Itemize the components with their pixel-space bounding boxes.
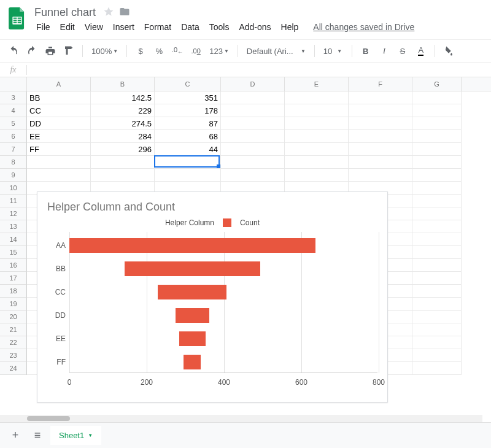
row-header-14[interactable]: 14 — [0, 233, 27, 246]
cell-G6[interactable] — [412, 130, 462, 143]
paint-format-icon[interactable] — [61, 44, 76, 58]
cell-G5[interactable] — [412, 117, 462, 130]
cell-G4[interactable] — [412, 104, 462, 117]
cell-F9[interactable] — [349, 169, 412, 182]
cell-G23[interactable] — [412, 349, 462, 362]
cell-G24[interactable] — [412, 362, 462, 375]
redo-icon[interactable] — [25, 44, 39, 58]
cell-E5[interactable] — [285, 117, 349, 130]
cell-E8[interactable] — [285, 156, 349, 169]
menu-addons[interactable]: Add-ons — [234, 21, 275, 33]
cell-G22[interactable] — [412, 336, 462, 349]
cell-B8[interactable] — [91, 156, 155, 169]
cell-D3[interactable] — [221, 91, 285, 104]
cell-A6[interactable]: EE — [27, 130, 91, 143]
strike-button[interactable]: S — [395, 44, 410, 58]
h-scroll-thumb[interactable] — [27, 416, 70, 421]
cell-G18[interactable] — [412, 285, 462, 298]
decrease-decimals-button[interactable]: .0← — [170, 44, 185, 58]
col-header-F[interactable]: F — [349, 77, 412, 91]
row-header-11[interactable]: 11 — [0, 195, 27, 207]
menu-data[interactable]: Data — [177, 21, 204, 33]
menu-help[interactable]: Help — [277, 21, 303, 33]
row-header-13[interactable]: 13 — [0, 220, 27, 233]
chart-container[interactable]: Helper Column and Count Helper Column Co… — [37, 191, 388, 403]
cell-F4[interactable] — [349, 104, 412, 117]
row-header-15[interactable]: 15 — [0, 246, 27, 259]
cell-F6[interactable] — [349, 130, 412, 143]
cell-G8[interactable] — [412, 156, 462, 169]
cell-D8[interactable] — [221, 156, 285, 169]
cell-A4[interactable]: CC — [27, 104, 91, 117]
doc-title[interactable]: Funnel chart — [32, 6, 98, 19]
cell-F5[interactable] — [349, 117, 412, 130]
col-header-B[interactable]: B — [91, 77, 155, 91]
sheet-tab-caret-icon[interactable]: ▼ — [88, 433, 93, 438]
row-header-5[interactable]: 5 — [0, 117, 27, 130]
menu-view[interactable]: View — [80, 21, 107, 33]
menu-tools[interactable]: Tools — [205, 21, 234, 33]
cell-D5[interactable] — [221, 117, 285, 130]
row-header-20[interactable]: 20 — [0, 311, 27, 323]
cell-A7[interactable]: FF — [27, 143, 91, 156]
cell-F3[interactable] — [349, 91, 412, 104]
col-header-E[interactable]: E — [285, 77, 349, 91]
cell-G11[interactable] — [412, 195, 462, 207]
percent-button[interactable]: % — [152, 44, 166, 58]
row-header-9[interactable]: 9 — [0, 169, 27, 182]
cell-G10[interactable] — [412, 182, 462, 195]
cell-G17[interactable] — [412, 272, 462, 285]
folder-icon[interactable] — [119, 6, 130, 19]
save-status[interactable]: All changes saved in Drive — [309, 21, 419, 33]
cell-G16[interactable] — [412, 259, 462, 272]
cell-B3[interactable]: 142.5 — [91, 91, 155, 104]
menu-file[interactable]: File — [32, 21, 55, 33]
print-icon[interactable] — [43, 44, 58, 58]
more-formats-dropdown[interactable]: 123▼ — [207, 47, 231, 56]
cell-G21[interactable] — [412, 323, 462, 336]
undo-icon[interactable] — [6, 44, 21, 58]
cell-C4[interactable]: 178 — [155, 104, 221, 117]
cell-G3[interactable] — [412, 91, 462, 104]
sheet-tab-active[interactable]: Sheet1 ▼ — [50, 426, 101, 445]
fill-color-button[interactable] — [441, 44, 456, 58]
cell-C7[interactable]: 44 — [155, 143, 221, 156]
font-dropdown[interactable]: Default (Ari...▼ — [244, 47, 308, 56]
row-header-21[interactable]: 21 — [0, 323, 27, 336]
cell-C8[interactable] — [155, 156, 221, 169]
col-header-C[interactable]: C — [155, 77, 221, 91]
row-header-22[interactable]: 22 — [0, 336, 27, 349]
cell-E9[interactable] — [285, 169, 349, 182]
font-size-dropdown[interactable]: 10▼ — [321, 47, 346, 56]
cell-C9[interactable] — [155, 169, 221, 182]
cell-G15[interactable] — [412, 246, 462, 259]
cell-C6[interactable]: 68 — [155, 130, 221, 143]
select-all-corner[interactable] — [0, 77, 27, 91]
cell-G19[interactable] — [412, 298, 462, 311]
cell-D6[interactable] — [221, 130, 285, 143]
row-header-12[interactable]: 12 — [0, 207, 27, 220]
cell-G12[interactable] — [412, 207, 462, 220]
add-sheet-button[interactable]: + — [6, 427, 25, 445]
cell-G13[interactable] — [412, 220, 462, 233]
row-header-8[interactable]: 8 — [0, 156, 27, 169]
cell-F7[interactable] — [349, 143, 412, 156]
menu-insert[interactable]: Insert — [109, 21, 139, 33]
cell-B7[interactable]: 296 — [91, 143, 155, 156]
cell-A5[interactable]: DD — [27, 117, 91, 130]
cell-B9[interactable] — [91, 169, 155, 182]
bold-button[interactable]: B — [358, 44, 373, 58]
col-header-D[interactable]: D — [221, 77, 285, 91]
cell-D9[interactable] — [221, 169, 285, 182]
menu-edit[interactable]: Edit — [56, 21, 79, 33]
cell-A3[interactable]: BB — [27, 91, 91, 104]
cell-F8[interactable] — [349, 156, 412, 169]
cell-E6[interactable] — [285, 130, 349, 143]
cell-D4[interactable] — [221, 104, 285, 117]
cell-D7[interactable] — [221, 143, 285, 156]
row-header-6[interactable]: 6 — [0, 130, 27, 143]
sheets-app-icon[interactable] — [5, 6, 29, 31]
cell-C5[interactable]: 87 — [155, 117, 221, 130]
row-header-3[interactable]: 3 — [0, 91, 27, 104]
row-header-4[interactable]: 4 — [0, 104, 27, 117]
